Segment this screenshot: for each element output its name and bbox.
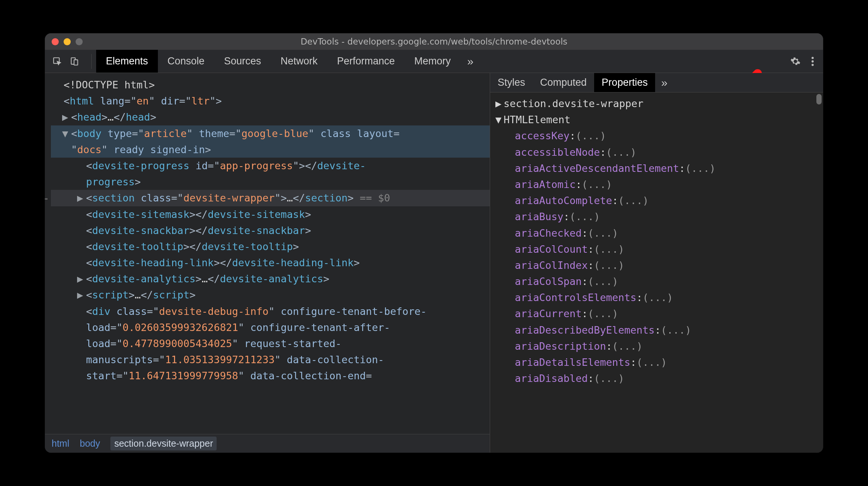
prop-entry[interactable]: ariaCurrent: (...): [495, 306, 821, 322]
dom-heading-link[interactable]: <devsite-heading-link></devsite-heading-…: [51, 255, 490, 271]
sidebar-more-tabs-icon[interactable]: »: [655, 76, 673, 89]
dom-debug-div[interactable]: <div class="devsite-debug-info" configur…: [51, 303, 490, 384]
dom-body[interactable]: ▼<body type="article" theme="google-blue…: [51, 125, 490, 158]
dom-html[interactable]: <html lang="en" dir="ltr">: [51, 93, 490, 109]
prop-entry[interactable]: ariaColSpan: (...): [495, 273, 821, 289]
prop-entry[interactable]: ariaColIndex: (...): [495, 257, 821, 273]
tab-performance[interactable]: Performance: [327, 50, 405, 73]
tab-elements[interactable]: Elements: [96, 50, 158, 73]
dom-pane: <!DOCTYPE html> <html lang="en" dir="ltr…: [45, 73, 490, 453]
prop-entry[interactable]: ariaDescribedByElements: (...): [495, 322, 821, 338]
svg-point-3: [812, 57, 814, 59]
tab-console[interactable]: Console: [158, 50, 214, 73]
devtools-window: DevTools - developers.google.com/web/too…: [45, 33, 823, 453]
dom-sitemask[interactable]: <devsite-sitemask></devsite-sitemask>: [51, 206, 490, 222]
prop-entry[interactable]: accessibleNode: (...): [495, 144, 821, 160]
inspect-element-icon[interactable]: [52, 57, 62, 66]
prop-entry[interactable]: ariaBusy: (...): [495, 209, 821, 225]
kebab-icon[interactable]: [811, 56, 814, 67]
prop-entry[interactable]: ariaControlsElements: (...): [495, 289, 821, 306]
dom-snackbar[interactable]: <devsite-snackbar></devsite-snackbar>: [51, 222, 490, 239]
crumb-html[interactable]: html: [52, 438, 69, 449]
crumb-section[interactable]: section.devsite-wrapper: [110, 437, 217, 450]
titlebar: DevTools - developers.google.com/web/too…: [45, 33, 823, 50]
tab-styles[interactable]: Styles: [490, 73, 533, 92]
device-toggle-icon[interactable]: [70, 57, 79, 66]
divider: [91, 54, 92, 69]
sidebar-pane: Styles Computed Properties » ▶section.de…: [490, 73, 823, 453]
prop-proto[interactable]: ▼HTMLElement: [495, 112, 821, 128]
prop-entry[interactable]: ariaColCount: (...): [495, 241, 821, 257]
tab-properties[interactable]: Properties: [594, 73, 655, 92]
prop-header[interactable]: ▶section.devsite-wrapper: [495, 95, 821, 112]
tab-computed[interactable]: Computed: [533, 73, 595, 92]
dom-analytics[interactable]: ▶<devsite-analytics>…</devsite-analytics…: [51, 271, 490, 287]
dom-progress[interactable]: <devsite-progress id="app-progress"></de…: [51, 158, 490, 190]
dom-doctype[interactable]: <!DOCTYPE html>: [51, 77, 490, 93]
gear-icon[interactable]: [790, 56, 801, 67]
tab-network[interactable]: Network: [271, 50, 327, 73]
breadcrumb: html body section.devsite-wrapper: [45, 434, 490, 453]
prop-entry[interactable]: ariaAtomic: (...): [495, 176, 821, 192]
prop-entry[interactable]: ariaAutoComplete: (...): [495, 192, 821, 209]
dom-head[interactable]: ▶<head>…</head>: [51, 109, 490, 125]
tab-memory[interactable]: Memory: [404, 50, 461, 73]
prop-entry[interactable]: ariaDetailsElements: (...): [495, 354, 821, 370]
dom-tree[interactable]: <!DOCTYPE html> <html lang="en" dir="ltr…: [45, 73, 490, 434]
dom-script[interactable]: ▶<script>…</script>: [51, 287, 490, 303]
prop-entry[interactable]: ariaChecked: (...): [495, 225, 821, 241]
prop-entry[interactable]: accessKey: (...): [495, 128, 821, 144]
prop-entry[interactable]: ariaActiveDescendantElement: (...): [495, 160, 821, 176]
prop-entry[interactable]: ariaDisabled: (...): [495, 370, 821, 386]
tab-sources[interactable]: Sources: [214, 50, 271, 73]
more-tabs-icon[interactable]: »: [461, 50, 480, 73]
properties-panel[interactable]: ▶section.devsite-wrapper ▼HTMLElement ac…: [490, 92, 823, 453]
crumb-body[interactable]: body: [80, 438, 100, 449]
dom-tooltip[interactable]: <devsite-tooltip></devsite-tooltip>: [51, 239, 490, 255]
main-toolbar: Elements Console Sources Network Perform…: [45, 50, 823, 73]
prop-entry[interactable]: ariaDescription: (...): [495, 338, 821, 354]
svg-point-4: [812, 60, 814, 63]
scrollbar-thumb[interactable]: [816, 94, 822, 104]
svg-point-5: [812, 64, 814, 66]
svg-rect-2: [74, 60, 78, 65]
main-tabs: Elements Console Sources Network Perform…: [96, 50, 480, 73]
dom-section[interactable]: ▶<section class="devsite-wrapper">…</sec…: [51, 190, 490, 206]
content-area: <!DOCTYPE html> <html lang="en" dir="ltr…: [45, 73, 823, 453]
sidebar-tabs: Styles Computed Properties »: [490, 73, 823, 92]
window-title: DevTools - developers.google.com/web/too…: [45, 37, 823, 46]
